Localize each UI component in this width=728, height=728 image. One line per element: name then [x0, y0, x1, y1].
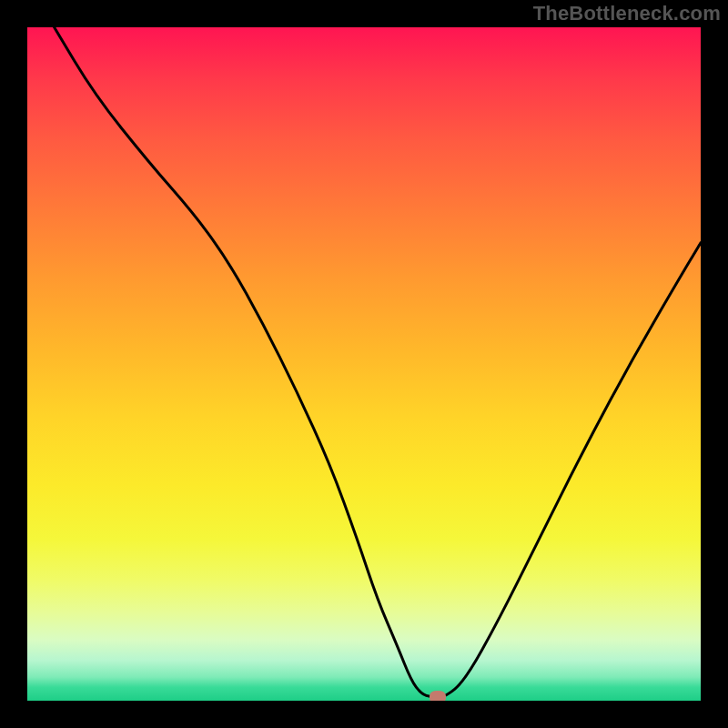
watermark-text: TheBottleneck.com	[533, 2, 721, 25]
chart-frame: TheBottleneck.com	[0, 0, 728, 728]
bottleneck-curve	[27, 27, 701, 701]
optimal-point-marker	[430, 691, 446, 701]
plot-area	[27, 27, 701, 701]
